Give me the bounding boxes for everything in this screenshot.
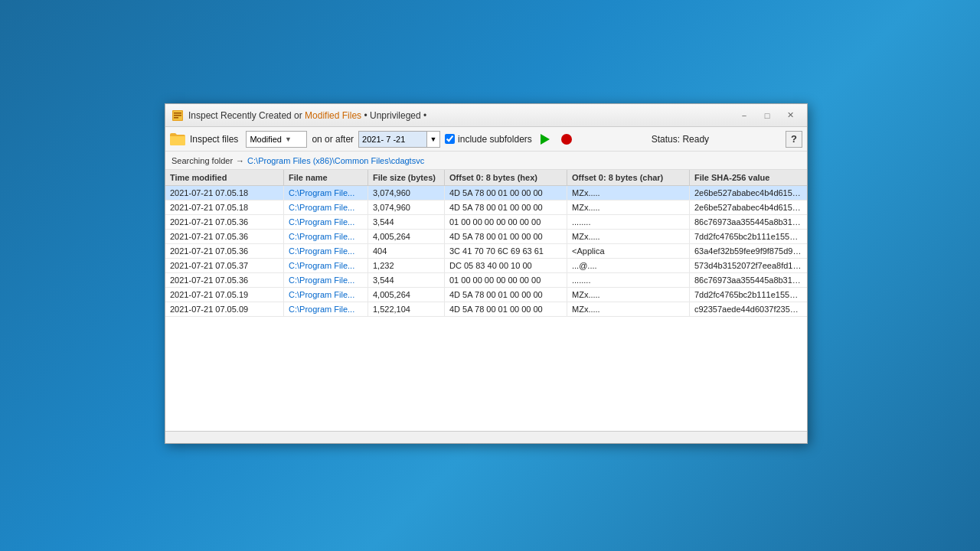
app-icon [172,109,184,122]
desktop: Inspect Recently Created or Modified Fil… [0,0,980,551]
svg-point-6 [561,134,572,145]
table-row[interactable]: 2021-07-21 07.05.36C:\Program File...404… [165,244,807,259]
table-cell-offset_char: MZx..... [567,302,690,316]
table-cell-time_modified: 2021-07-21 07.05.18 [165,186,284,200]
table-cell-file_size: 4,005,264 [368,230,445,243]
table-cell-sha256: 86c76973aa355445a8b319b7b8... [690,273,807,287]
table-area: Time modified File name File size (bytes… [165,170,807,431]
table-cell-offset_hex: 3C 41 70 70 6C 69 63 61 [445,244,567,258]
table-cell-time_modified: 2021-07-21 07.05.36 [165,244,284,258]
minimize-button[interactable]: − [733,108,755,123]
table-cell-offset_hex: 4D 5A 78 00 01 00 00 00 [445,186,567,200]
table-cell-sha256: 2e6be527ababec4b4d61518349... [690,186,807,200]
play-button[interactable] [537,131,554,148]
on-or-after-label: on or after [312,134,354,145]
table-cell-file_size: 3,074,960 [368,201,445,214]
include-subfolders-checkbox[interactable] [445,134,455,144]
bottom-scrollbar[interactable] [165,431,807,443]
table-cell-file_name: C:\Program File... [284,215,368,229]
table-row[interactable]: 2021-07-21 07.05.37C:\Program File...1,2… [165,259,807,273]
table-cell-file_size: 4,005,264 [368,288,445,302]
table-row[interactable]: 2021-07-21 07.05.36C:\Program File...3,5… [165,215,807,230]
table-cell-file_name: C:\Program File... [284,186,368,200]
table-cell-time_modified: 2021-07-21 07.05.37 [165,259,284,272]
header-file-name[interactable]: File name [284,170,368,185]
table-cell-file_size: 1,232 [368,259,445,272]
table-cell-offset_hex: 4D 5A 78 00 01 00 00 00 [445,201,567,214]
table-cell-file_name: C:\Program File... [284,244,368,258]
table-cell-file_name: C:\Program File... [284,259,368,272]
app-window: Inspect Recently Created or Modified Fil… [165,103,808,444]
table-cell-sha256: 7dd2fc4765bc2b111e15541f5e4... [690,230,807,243]
table-cell-offset_char: MZx..... [567,201,690,214]
table-cell-offset_hex: 4D 5A 78 00 01 00 00 00 [445,302,567,316]
maximize-button[interactable]: □ [756,108,778,123]
mode-dropdown[interactable]: Modified ▼ [246,131,307,148]
include-subfolders-checkbox-wrapper[interactable]: include subfolders [445,134,532,145]
stop-button[interactable] [558,131,575,148]
svg-marker-5 [541,134,550,145]
table-row[interactable]: 2021-07-21 07.05.18C:\Program File...3,0… [165,186,807,201]
table-cell-sha256: 2e6be527ababec4b4d61518349... [690,201,807,214]
table-cell-time_modified: 2021-07-21 07.05.18 [165,201,284,214]
table-cell-sha256: 7dd2fc4765bc2b111e15541f5e4... [690,288,807,302]
header-file-size[interactable]: File size (bytes) [368,170,445,185]
table-cell-offset_char: MZx..... [567,230,690,243]
table-cell-file_size: 404 [368,244,445,258]
header-offset-hex[interactable]: Offset 0: 8 bytes (hex) [445,170,567,185]
table-cell-offset_char: <Applica [567,244,690,258]
table-cell-file_size: 3,544 [368,215,445,229]
table-cell-offset_char: MZx..... [567,186,690,200]
toolbar: Inspect files Modified ▼ on or after 202… [165,127,807,152]
table-cell-sha256: c92357aede44d6037f235ed0b6c... [690,302,807,316]
table-cell-sha256: 63a4ef32b59fee9f9f875d982c71... [690,244,807,258]
table-cell-sha256: 86c76973aa355445a8b319b7b8... [690,215,807,229]
table-cell-offset_char: ...@.... [567,259,690,272]
table-cell-offset_hex: 4D 5A 78 00 01 00 00 00 [445,288,567,302]
search-path: C:\Program Files (x86)\Common Files\cdag… [247,156,424,165]
svg-rect-3 [174,115,181,116]
table-cell-offset_char: MZx..... [567,288,690,302]
search-bar: Searching folder → C:\Program Files (x86… [165,152,807,170]
table-cell-time_modified: 2021-07-21 07.05.36 [165,215,284,229]
table-cell-file_size: 3,544 [368,273,445,287]
table-row[interactable]: 2021-07-21 07.05.19C:\Program File...4,0… [165,288,807,302]
header-time-modified[interactable]: Time modified [165,170,284,185]
mode-value: Modified [250,135,282,144]
table-cell-time_modified: 2021-07-21 07.05.09 [165,302,284,316]
table-cell-sha256: 573d4b3152072f7eea8fd10cd17... [690,259,807,272]
search-arrow: → [236,156,244,165]
table-cell-offset_hex: 01 00 00 00 00 00 00 00 [445,215,567,229]
table-body: 2021-07-21 07.05.18C:\Program File...3,0… [165,186,807,431]
table-row[interactable]: 2021-07-21 07.05.36C:\Program File...4,0… [165,230,807,244]
table-cell-offset_hex: 01 00 00 00 00 00 00 00 [445,273,567,287]
mode-dropdown-arrow: ▼ [285,135,292,143]
table-cell-file_name: C:\Program File... [284,288,368,302]
table-cell-offset_hex: DC 05 83 40 00 10 00 [445,259,567,272]
date-dropdown-button[interactable]: ▼ [426,131,440,148]
header-offset-char[interactable]: Offset 0: 8 bytes (char) [567,170,690,185]
date-value: 2021- 7 -21 [362,135,405,144]
date-input[interactable]: 2021- 7 -21 [358,131,427,148]
window-controls: − □ ✕ [733,108,801,123]
search-prefix: Searching folder [172,156,233,165]
svg-rect-2 [174,112,181,114]
title-bar: Inspect Recently Created or Modified Fil… [165,104,807,127]
table-row[interactable]: 2021-07-21 07.05.36C:\Program File...3,5… [165,273,807,288]
table-cell-time_modified: 2021-07-21 07.05.19 [165,288,284,302]
window-title: Inspect Recently Created or Modified Fil… [188,110,733,121]
help-button[interactable]: ? [786,131,802,148]
table-cell-offset_char: ........ [567,215,690,229]
folder-icon [170,132,185,147]
table-cell-offset_char: ........ [567,273,690,287]
close-button[interactable]: ✕ [779,108,801,123]
inspect-files-label: Inspect files [190,134,238,145]
svg-rect-4 [174,117,178,119]
table-cell-file_size: 1,522,104 [368,302,445,316]
table-row[interactable]: 2021-07-21 07.05.18C:\Program File...3,0… [165,201,807,215]
status-text: Status: Ready [580,134,781,145]
table-row[interactable]: 2021-07-21 07.05.09C:\Program File...1,5… [165,302,807,317]
header-sha256[interactable]: File SHA-256 value [690,170,807,185]
table-cell-file_name: C:\Program File... [284,201,368,214]
table-cell-file_name: C:\Program File... [284,230,368,243]
